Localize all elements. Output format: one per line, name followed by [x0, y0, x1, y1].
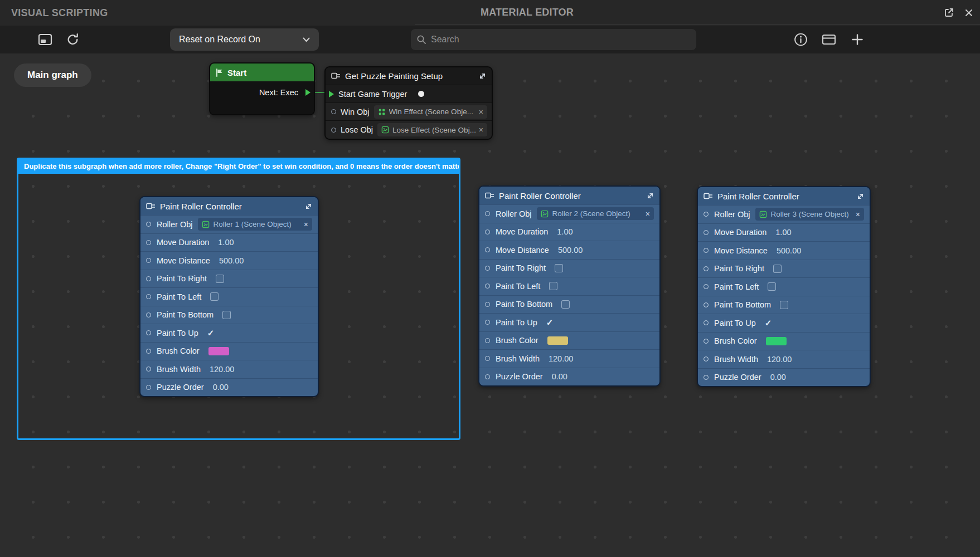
brush-width-value[interactable]: 120.00: [767, 355, 792, 364]
paint-to-up-checkbox-checked[interactable]: ✓: [207, 328, 215, 338]
input-port[interactable]: [485, 266, 490, 271]
roller-obj-chip[interactable]: Roller 3 (Scene Object) ×: [755, 208, 864, 221]
move-distance-value[interactable]: 500.00: [219, 256, 244, 265]
input-port[interactable]: [704, 266, 709, 271]
input-port[interactable]: [704, 375, 709, 380]
refresh-icon[interactable]: [65, 32, 81, 48]
input-port[interactable]: [704, 339, 709, 344]
graph-canvas[interactable]: Main graph Start Next: Exec: [0, 53, 980, 557]
move-duration-value[interactable]: 1.00: [775, 228, 791, 237]
search-input[interactable]: [431, 35, 691, 45]
get-puzzle-painting-setup-node[interactable]: Get Puzzle Painting Setup Start Game Tri…: [324, 66, 493, 140]
expand-icon[interactable]: [479, 72, 486, 80]
move-duration-value[interactable]: 1.00: [557, 227, 573, 236]
input-port[interactable]: [485, 284, 490, 289]
exec-input-port[interactable]: [329, 91, 334, 97]
win-obj-chip[interactable]: Win Effect (Scene Obje... ×: [374, 105, 487, 119]
remove-icon[interactable]: ×: [856, 211, 860, 218]
paint-to-right-checkbox[interactable]: [773, 265, 782, 273]
brush-color-swatch[interactable]: [766, 337, 787, 345]
move-distance-value[interactable]: 500.00: [558, 246, 583, 255]
brush-width-value[interactable]: 120.00: [210, 365, 234, 374]
input-port[interactable]: [704, 230, 709, 235]
input-port[interactable]: [704, 248, 709, 253]
reset-mode-dropdown[interactable]: Reset on Record On: [170, 28, 319, 51]
input-port[interactable]: [485, 211, 490, 216]
field-label: Puzzle Order: [157, 383, 204, 392]
roller-obj-chip[interactable]: Roller 2 (Scene Object) ×: [537, 207, 654, 220]
info-icon[interactable]: [792, 31, 809, 48]
input-port[interactable]: [485, 338, 490, 343]
selection-comment[interactable]: Duplicate this subgraph when add more ro…: [18, 159, 459, 174]
input-port[interactable]: [146, 240, 151, 245]
input-port[interactable]: [146, 349, 151, 354]
brush-color-swatch[interactable]: [547, 336, 568, 345]
input-port[interactable]: [146, 312, 151, 317]
input-port[interactable]: [331, 109, 336, 114]
input-port[interactable]: [146, 222, 151, 227]
puzzle-order-value[interactable]: 0.00: [213, 383, 229, 392]
puzzle-order-value[interactable]: 0.00: [552, 372, 567, 381]
start-node[interactable]: Start Next: Exec: [209, 62, 315, 115]
input-port[interactable]: [485, 302, 490, 307]
remove-icon[interactable]: ×: [479, 126, 483, 134]
input-port[interactable]: [146, 385, 151, 390]
input-port[interactable]: [485, 374, 490, 379]
remove-icon[interactable]: ×: [304, 221, 308, 228]
roller-obj-chip[interactable]: Roller 1 (Scene Object) ×: [198, 218, 312, 231]
paint-to-left-checkbox[interactable]: [549, 282, 557, 290]
paint-roller-controller-node[interactable]: Paint Roller Controller Roller Obj: [478, 185, 661, 387]
move-distance-row: Move Distance 500.00: [140, 251, 318, 270]
paint-to-left-checkbox[interactable]: [768, 282, 776, 291]
paint-to-up-checkbox-checked[interactable]: ✓: [765, 318, 772, 328]
input-port[interactable]: [485, 320, 490, 325]
paint-to-right-checkbox[interactable]: [555, 264, 563, 272]
input-port[interactable]: [146, 258, 151, 263]
input-port[interactable]: [146, 367, 151, 372]
open-external-icon[interactable]: [942, 6, 955, 19]
puzzle-order-value[interactable]: 0.00: [770, 373, 786, 382]
paint-to-bottom-checkbox[interactable]: [222, 311, 231, 319]
input-port[interactable]: [485, 356, 490, 361]
input-port[interactable]: [704, 356, 709, 361]
input-port[interactable]: [704, 302, 709, 307]
expand-icon[interactable]: [647, 192, 654, 199]
paint-roller-controller-node[interactable]: Paint Roller Controller Roller Obj: [139, 196, 319, 397]
paint-to-right-checkbox[interactable]: [216, 275, 224, 283]
add-icon[interactable]: [850, 32, 865, 47]
input-port[interactable]: [146, 330, 151, 335]
input-port[interactable]: [331, 128, 336, 133]
panels-icon[interactable]: [821, 32, 837, 47]
toolbar: Reset on Record On: [0, 26, 980, 53]
input-port[interactable]: [704, 284, 709, 289]
expand-icon[interactable]: [305, 203, 312, 210]
brush-width-value[interactable]: 120.00: [549, 354, 573, 363]
panel-view-icon[interactable]: [37, 32, 54, 47]
trigger-toggle[interactable]: [418, 91, 424, 97]
field-label: Brush Width: [714, 355, 758, 364]
remove-icon[interactable]: ×: [479, 108, 483, 116]
move-distance-row: Move Distance 500.00: [698, 241, 870, 260]
input-port[interactable]: [146, 276, 151, 281]
remove-icon[interactable]: ×: [646, 210, 650, 218]
menu-icon[interactable]: [10, 33, 25, 46]
paint-to-up-checkbox-checked[interactable]: ✓: [546, 317, 554, 328]
expand-icon[interactable]: [857, 193, 864, 200]
input-port[interactable]: [146, 294, 151, 299]
graph-breadcrumb[interactable]: Main graph: [14, 63, 91, 87]
brush-color-swatch[interactable]: [208, 347, 229, 355]
lose-obj-chip[interactable]: Lose Effect (Scene Obj... ×: [377, 123, 487, 136]
move-duration-value[interactable]: 1.00: [218, 238, 234, 247]
input-port[interactable]: [485, 247, 490, 252]
input-port[interactable]: [704, 212, 709, 217]
close-icon[interactable]: [963, 7, 974, 18]
exec-output-port[interactable]: [305, 89, 311, 96]
input-port[interactable]: [704, 320, 709, 325]
input-port[interactable]: [485, 229, 490, 234]
paint-to-left-checkbox[interactable]: [210, 292, 219, 301]
move-distance-value[interactable]: 500.00: [777, 246, 801, 255]
paint-roller-controller-node[interactable]: Paint Roller Controller Roller Obj: [697, 186, 871, 387]
paint-roller-node-2-mount: Paint Roller Controller Roller Obj: [478, 185, 661, 387]
paint-to-bottom-checkbox[interactable]: [561, 300, 570, 309]
paint-to-bottom-checkbox[interactable]: [780, 301, 788, 309]
